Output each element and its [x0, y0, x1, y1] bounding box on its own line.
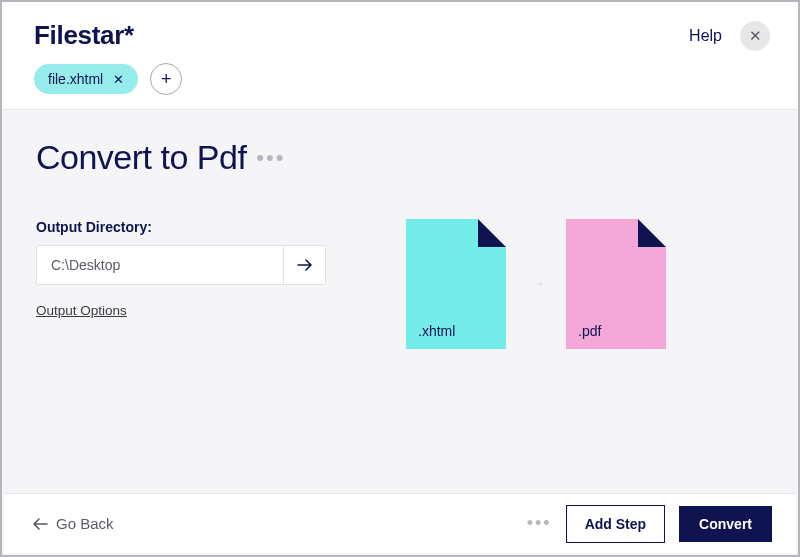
footer-menu-icon[interactable]: •••	[527, 513, 552, 534]
file-chip[interactable]: file.xhtml ✕	[34, 64, 138, 94]
file-row: file.xhtml ✕ +	[34, 63, 770, 95]
output-dir-input[interactable]	[37, 246, 283, 284]
plus-icon: +	[161, 69, 172, 90]
go-back-button[interactable]: Go Back	[32, 515, 114, 532]
title-menu-icon[interactable]: •••	[256, 147, 285, 169]
file-fold-icon	[638, 219, 666, 247]
source-file-icon: .xhtml	[406, 219, 506, 349]
arrow-icon	[510, 283, 570, 285]
main-content: Convert to Pdf ••• Output Directory: Out…	[2, 110, 798, 369]
target-file-icon: .pdf	[566, 219, 666, 349]
footer-actions: ••• Add Step Convert	[527, 505, 772, 543]
title-row: Convert to Pdf •••	[36, 138, 764, 177]
file-fold-icon	[478, 219, 506, 247]
footer: Go Back ••• Add Step Convert	[4, 493, 796, 553]
header: Filestar* Help ✕ file.xhtml ✕ +	[2, 2, 798, 110]
add-file-button[interactable]: +	[150, 63, 182, 95]
conversion-diagram: .xhtml .pdf	[406, 219, 666, 369]
close-icon: ✕	[749, 27, 762, 45]
source-ext: .xhtml	[418, 323, 455, 339]
add-step-button[interactable]: Add Step	[566, 505, 665, 543]
output-dir-label: Output Directory:	[36, 219, 326, 235]
page-title: Convert to Pdf	[36, 138, 246, 177]
header-actions: Help ✕	[689, 21, 770, 51]
header-top: Filestar* Help ✕	[34, 20, 770, 51]
target-ext: .pdf	[578, 323, 601, 339]
file-chip-name: file.xhtml	[48, 71, 103, 87]
remove-file-icon[interactable]: ✕	[113, 72, 124, 87]
convert-button[interactable]: Convert	[679, 506, 772, 542]
help-link[interactable]: Help	[689, 27, 722, 45]
content-area: Output Directory: Output Options .xhtml …	[36, 219, 764, 369]
output-dir-group	[36, 245, 326, 285]
go-back-label: Go Back	[56, 515, 114, 532]
arrow-right-icon	[297, 258, 313, 272]
arrow-left-icon	[32, 518, 48, 530]
output-options-link[interactable]: Output Options	[36, 303, 127, 318]
brand-logo: Filestar*	[34, 20, 134, 51]
browse-button[interactable]	[283, 246, 325, 284]
close-button[interactable]: ✕	[740, 21, 770, 51]
settings-panel: Output Directory: Output Options	[36, 219, 326, 369]
